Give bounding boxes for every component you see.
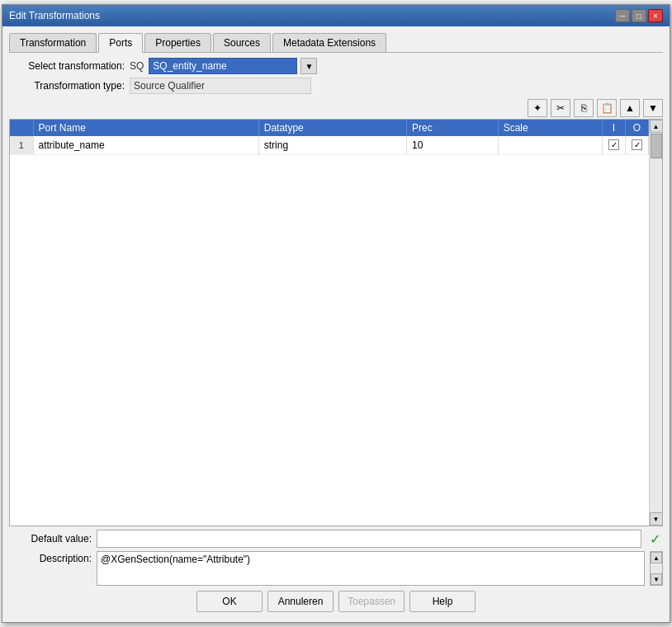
default-value-input[interactable]	[97, 530, 641, 548]
col-port-name: Port Name	[33, 120, 258, 136]
description-row: Description: @XGenSection(name="Attribut…	[9, 551, 663, 586]
table-row[interactable]: 1 attribute_name string 10	[10, 136, 649, 154]
description-scrollbar[interactable]: ▲ ▼	[650, 551, 663, 586]
desc-scroll-track	[651, 563, 662, 573]
bottom-section: Default value: ✓ Description: @XGenSecti…	[9, 530, 663, 586]
col-i: I	[603, 120, 626, 136]
desc-scroll-up[interactable]: ▲	[651, 552, 662, 563]
cancel-button[interactable]: Annuleren	[267, 591, 334, 612]
cell-row-num: 1	[10, 136, 33, 154]
scroll-track[interactable]	[650, 133, 662, 512]
tab-properties[interactable]: Properties	[144, 33, 211, 52]
select-prefix: SQ	[130, 60, 144, 72]
transformation-type-row: Transformation type:	[9, 78, 663, 94]
window-title: Edit Transformations	[9, 10, 100, 21]
minimize-button[interactable]: ─	[615, 9, 630, 22]
default-value-check-icon: ✓	[646, 530, 663, 548]
cell-scale[interactable]	[498, 136, 602, 154]
cell-port-name[interactable]: attribute_name	[33, 136, 258, 154]
scroll-thumb[interactable]	[651, 134, 662, 158]
cut-port-button[interactable]: ✂	[551, 99, 570, 117]
default-value-row: Default value: ✓	[9, 530, 663, 548]
tabs-bar: Transformation Ports Properties Sources …	[9, 33, 663, 53]
description-textarea[interactable]: @XGenSection(name="Attribute")	[97, 551, 645, 586]
transformation-type-input	[130, 78, 311, 94]
copy-port-button[interactable]: ⎘	[574, 99, 594, 117]
scroll-down-button[interactable]: ▼	[650, 512, 663, 526]
tab-metadata-extensions[interactable]: Metadata Extensions	[272, 33, 386, 52]
transformation-type-label: Transformation type:	[9, 80, 125, 92]
help-button[interactable]: Help	[409, 591, 476, 612]
col-prec: Prec	[406, 120, 498, 136]
i-checkbox[interactable]	[608, 139, 619, 150]
tab-sources[interactable]: Sources	[213, 33, 271, 52]
scroll-up-button[interactable]: ▲	[650, 120, 663, 133]
col-scale: Scale	[498, 120, 602, 136]
select-transformation-label: Select transformation:	[9, 60, 125, 72]
col-datatype: Datatype	[258, 120, 406, 136]
cell-datatype[interactable]: string	[258, 136, 406, 154]
ok-button[interactable]: OK	[196, 591, 263, 612]
select-transformation-input[interactable]	[149, 58, 297, 74]
select-transformation-row: Select transformation: SQ ▼	[9, 58, 663, 74]
edit-transformations-window: Edit Transformations ─ □ × Transformatio…	[2, 4, 670, 623]
o-checkbox[interactable]	[632, 139, 642, 150]
close-button[interactable]: ×	[648, 9, 663, 22]
maximize-button[interactable]: □	[632, 9, 646, 22]
table-header-row: Port Name Datatype Prec Scale I O	[10, 120, 649, 136]
table-container[interactable]: Port Name Datatype Prec Scale I O 1 attr…	[10, 120, 649, 522]
desc-scroll-down[interactable]: ▼	[651, 573, 662, 585]
table-wrapper: Port Name Datatype Prec Scale I O 1 attr…	[9, 119, 663, 526]
table-scrollbar[interactable]: ▲ ▼	[649, 120, 662, 526]
tab-ports[interactable]: Ports	[98, 33, 143, 53]
title-bar: Edit Transformations ─ □ ×	[2, 5, 670, 26]
default-value-label: Default value:	[9, 533, 92, 544]
form-section: Select transformation: SQ ▼ Transformati…	[9, 53, 663, 97]
title-bar-controls: ─ □ ×	[615, 9, 663, 22]
move-down-button[interactable]: ▼	[643, 99, 663, 117]
cell-prec[interactable]: 10	[406, 136, 498, 154]
new-port-button[interactable]: ✦	[528, 99, 547, 117]
col-row-num	[10, 120, 33, 136]
tab-transformation[interactable]: Transformation	[9, 33, 97, 52]
cell-i[interactable]	[603, 136, 626, 154]
ports-table: Port Name Datatype Prec Scale I O 1 attr…	[10, 120, 649, 155]
col-o: O	[626, 120, 649, 136]
select-transformation-group: SQ ▼	[130, 58, 663, 74]
move-up-button[interactable]: ▲	[620, 99, 640, 117]
cell-o[interactable]	[626, 136, 649, 154]
transformation-dropdown-arrow[interactable]: ▼	[301, 58, 317, 74]
apply-button[interactable]: Toepassen	[338, 591, 405, 612]
paste-port-button[interactable]: 📋	[597, 99, 617, 117]
ports-toolbar: ✦ ✂ ⎘ 📋 ▲ ▼	[9, 97, 663, 119]
main-content: Transformation Ports Properties Sources …	[2, 26, 670, 622]
button-bar: OK Annuleren Toepassen Help	[9, 586, 663, 615]
description-label: Description:	[9, 551, 92, 564]
